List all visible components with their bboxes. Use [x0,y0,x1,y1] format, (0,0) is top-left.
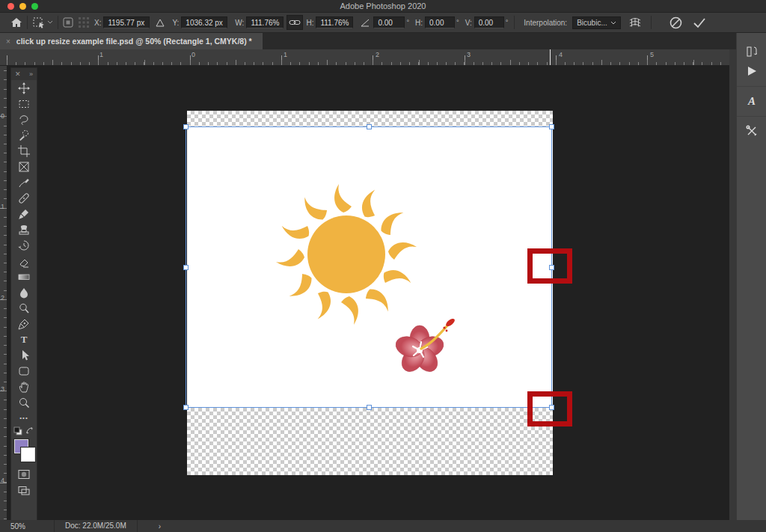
title-bar: Adobe Photoshop 2020 [0,0,766,13]
move-tool[interactable] [11,80,37,96]
right-panel-dock: A [736,33,766,520]
pen-tool[interactable] [11,316,37,331]
frame-tool[interactable] [11,159,37,174]
cancel-transform-icon[interactable] [670,16,682,29]
hand-tool[interactable] [11,379,37,394]
transparent-area-bottom [187,408,553,475]
transform-tool-icon[interactable] [32,16,46,28]
height-field[interactable]: 111.76% [316,16,353,28]
background-color-swatch[interactable] [21,447,35,462]
highlight-box-bottom-right-handle [527,391,572,426]
zoom-level-field[interactable]: 50% [0,522,33,531]
clone-stamp-tool[interactable] [11,221,37,237]
handle-top-right[interactable] [549,124,554,129]
degree-label: ° [406,19,409,26]
canvas-area[interactable] [7,66,729,520]
chevron-down-icon [610,21,616,25]
width-field[interactable]: 111.76% [246,16,284,28]
history-brush-tool[interactable] [11,237,37,253]
commit-transform-icon[interactable] [693,17,706,28]
tool-preset-chevron-icon[interactable] [47,20,53,25]
quick-selection-tool[interactable] [11,127,37,143]
h-skew-field[interactable]: 0.00 [425,16,455,28]
horizontal-ruler[interactable]: 1012345 [0,49,736,66]
dodge-tool[interactable] [11,300,37,316]
status-chevron-icon[interactable]: › [159,522,161,531]
w-label: W: [235,19,244,27]
window-title: Adobe Photoshop 2020 [0,1,766,10]
interpolation-value: Bicubic... [577,19,607,27]
home-icon[interactable] [10,17,22,28]
panel-close-icon[interactable]: ✕ [15,70,21,78]
x-label: X: [94,19,101,27]
zoom-tool[interactable] [11,394,37,410]
screen-mode-button[interactable] [11,482,37,498]
handle-top-center[interactable] [367,124,372,129]
interpolation-label: Interpolation: [524,19,567,27]
handle-top-left[interactable] [183,124,189,129]
history-panel-icon[interactable] [737,42,766,61]
photoshop-window: Adobe Photoshop 2020 X: 1195.77 px Y: 10… [0,0,766,532]
quick-mask-mode-button[interactable] [11,466,37,482]
reference-point-checkbox[interactable] [63,17,73,28]
delta-icon[interactable] [156,19,165,27]
link-dimensions-icon[interactable] [287,15,303,30]
v-skew-label: V: [465,19,472,27]
y-position-field[interactable]: 1036.32 px [181,16,227,28]
document-size-info: Doc: 22.0M/25.0M [54,520,138,532]
handle-bottom-center[interactable] [367,405,372,410]
angle-icon [361,19,370,27]
more-options-icon[interactable]: ••• [11,410,37,426]
actions-panel-icon[interactable] [737,61,766,81]
reference-point-grid-icon[interactable] [78,16,90,28]
lasso-tool[interactable] [11,111,37,127]
handle-middle-left[interactable] [183,265,189,270]
vertical-ruler[interactable]: 01234 [0,66,7,520]
blur-tool[interactable] [11,284,37,300]
eyedropper-tool[interactable] [11,174,37,190]
panel-collapse-icon[interactable]: » [29,70,33,78]
ruler-position-indicator [550,49,551,65]
hibiscus-flower-graphic [387,307,462,378]
shape-tool[interactable] [11,363,37,379]
h-label: H: [306,19,313,27]
tool-presets-panel-icon[interactable] [737,121,766,141]
v-skew-field[interactable]: 0.00 [474,16,504,28]
tools-panel: ✕ » [10,67,37,520]
rotate-angle-field[interactable]: 0.00 [373,16,405,28]
character-panel-icon[interactable]: A [737,91,766,111]
degree-label: ° [506,19,509,26]
degree-label: ° [456,19,459,26]
tab-title: click up resize example file.psd @ 50% (… [16,37,252,46]
panel-edge [729,49,736,520]
handle-bottom-left[interactable] [183,405,189,410]
options-bar: X: 1195.77 px Y: 1036.32 px W: 111.76% H… [0,13,766,33]
tools-panel-header: ✕ » [11,68,37,80]
type-tool[interactable]: T [11,331,37,347]
document-tab[interactable]: × click up resize example file.psd @ 50%… [0,33,263,49]
highlight-box-middle-right-handle [527,248,572,284]
document[interactable] [187,111,553,475]
x-position-field[interactable]: 1195.77 px [103,16,150,28]
eraser-tool[interactable] [11,253,37,269]
default-colors-icon[interactable] [13,425,22,438]
brush-tool[interactable] [11,206,37,221]
h-skew-label: H: [415,19,423,27]
gradient-tool[interactable] [11,269,37,284]
document-tab-bar: × click up resize example file.psd @ 50%… [0,33,736,49]
interpolation-select[interactable]: Bicubic... [572,16,621,29]
crop-tool[interactable] [11,143,37,159]
swap-colors-icon[interactable] [25,425,34,438]
status-bar: 50% Doc: 22.0M/25.0M › [0,520,766,532]
spot-healing-brush-tool[interactable] [11,190,37,206]
tab-close-icon[interactable]: × [6,37,10,46]
rectangular-marquee-tool[interactable] [11,96,37,111]
warp-mode-icon[interactable] [628,16,642,28]
path-selection-tool[interactable] [11,347,37,363]
workspace: 1012345 01234 [0,49,766,520]
y-label: Y: [172,19,179,27]
